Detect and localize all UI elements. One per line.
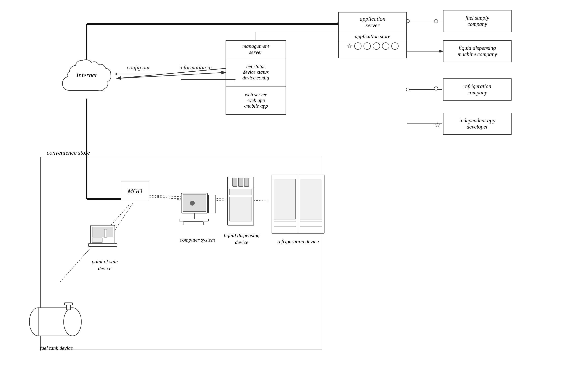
fuel-supply-box: fuel supply company (443, 10, 512, 32)
svg-rect-36 (179, 219, 208, 221)
app-circle-2 (364, 42, 371, 50)
point-of-sale-icon: point of sale device (87, 221, 123, 266)
diagram-container: Internet config out information in manag… (0, 0, 578, 392)
refrigeration-device-icon: refrigeration device (270, 173, 326, 249)
svg-rect-58 (92, 238, 102, 242)
web-server-box: web server -web app -mobile app (226, 86, 286, 115)
independent-developer-box: independent app developer (443, 113, 512, 135)
management-server-box: management server (226, 40, 286, 58)
liquid-dispensing-company-box: liquid dispensing machine company (443, 40, 512, 62)
svg-rect-59 (89, 243, 117, 247)
svg-marker-67 (115, 73, 117, 75)
svg-rect-65 (64, 303, 73, 305)
svg-point-22 (406, 88, 409, 91)
svg-rect-60 (104, 229, 107, 237)
app-store-icons: ☆ (339, 41, 406, 51)
refrigeration-device-label: refrigeration device (270, 238, 326, 245)
device-status-box: net status device status device config (226, 58, 286, 86)
liquid-dispensing-device-icon: liquid dispensing device (222, 175, 262, 243)
computer-system-label: computer system (177, 237, 218, 243)
refrigeration-company-box: refrigeration company (443, 78, 512, 101)
mgd-box: MGD (121, 181, 149, 201)
convenience-store-label: convenience store (47, 149, 90, 156)
svg-rect-38 (183, 222, 203, 225)
liquid-dispensing-device-label: liquid dispensing device (222, 232, 262, 246)
svg-rect-46 (230, 189, 252, 195)
application-store-box: application store ☆ (338, 32, 407, 58)
svg-line-8 (117, 72, 226, 78)
app-circle-5 (391, 42, 399, 50)
svg-line-15 (407, 43, 443, 51)
fuel-tank-label: fuel tank device (28, 345, 85, 352)
svg-rect-45 (244, 178, 249, 187)
flow-arrows (115, 68, 236, 88)
information-in-label: information in (179, 64, 212, 71)
config-out-label: config out (127, 64, 150, 71)
app-circle-4 (382, 42, 389, 50)
svg-rect-51 (300, 179, 322, 219)
fuel-tank-icon: fuel tank device (28, 300, 85, 356)
star-icon: ☆ (347, 43, 352, 50)
point-of-sale-label: point of sale device (87, 258, 123, 272)
fuel-supply-connector-circle (434, 19, 438, 23)
svg-rect-44 (239, 178, 243, 187)
internet-label: Internet (76, 71, 97, 79)
svg-rect-57 (92, 227, 113, 237)
svg-point-63 (64, 308, 81, 336)
app-circle-1 (354, 42, 362, 50)
svg-rect-47 (230, 197, 252, 221)
application-server-box: application server (338, 12, 407, 32)
svg-rect-39 (208, 195, 216, 213)
refrigeration-connector-circle (434, 86, 438, 90)
svg-rect-43 (233, 178, 237, 187)
computer-system-icon: computer system (177, 191, 218, 235)
application-store-label: application store (339, 32, 406, 41)
independent-developer-star: ☆ (434, 121, 440, 129)
svg-rect-50 (274, 179, 296, 219)
svg-point-40 (190, 201, 195, 205)
app-circle-3 (373, 42, 380, 50)
internet-cloud: Internet (58, 54, 115, 103)
